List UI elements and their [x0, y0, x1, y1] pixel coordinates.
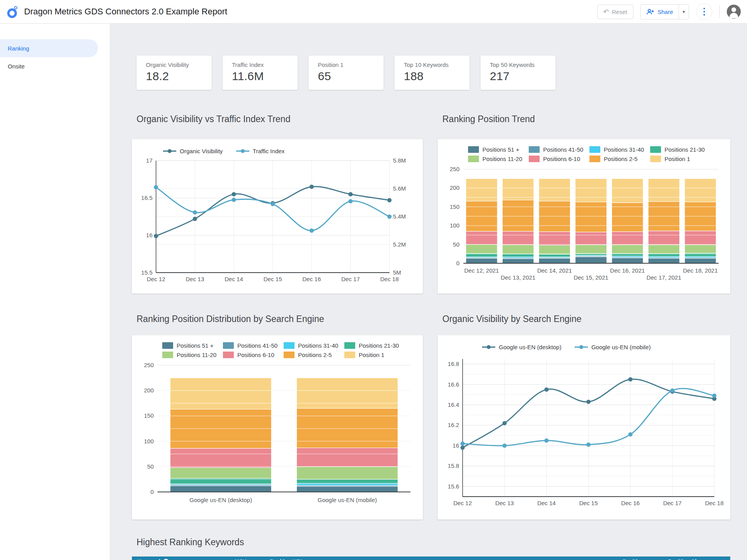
legend-item-positions-31-40[interactable]: Positions 31-40: [589, 146, 650, 153]
sidebar-item-onsite[interactable]: Onsite: [0, 57, 98, 75]
bar-segment-position-1[interactable]: [297, 378, 398, 408]
bar-segment-positions-6-10[interactable]: [502, 231, 534, 245]
data-point-google-us-en-mobile[interactable]: [502, 443, 507, 448]
column-position-change[interactable]: Position Change: [668, 558, 730, 560]
bar-segment-positions-21-30[interactable]: [539, 254, 570, 257]
stacked-bar-chart-ranking-position-trend[interactable]: 050100150200250Dec 12, 2021Dec 13, 2021D…: [445, 164, 722, 281]
bar-segment-positions-21-30[interactable]: [502, 254, 534, 257]
bar-segment-positions-11-20[interactable]: [539, 245, 570, 254]
bar-segment-positions-2-5[interactable]: [502, 200, 534, 231]
data-point-google-us-en-desktop[interactable]: [586, 400, 591, 404]
bar-segment-positions-6-10[interactable]: [685, 231, 716, 245]
data-point-organic-visibility[interactable]: [232, 192, 236, 196]
sidebar-item-ranking[interactable]: Ranking: [0, 39, 98, 57]
legend-item-positions-31-40[interactable]: Positions 31-40: [284, 342, 344, 349]
data-point-traffic-index[interactable]: [388, 215, 392, 219]
legend-item-positions-51[interactable]: Positions 51 +: [468, 146, 529, 153]
bar-segment-position-1[interactable]: [575, 178, 607, 202]
legend-item-positions-21-30[interactable]: Positions 21-30: [650, 146, 711, 153]
data-point-traffic-index[interactable]: [310, 229, 314, 233]
legend-item-traffic-index[interactable]: Traffic Index: [236, 148, 285, 154]
bar-segment-position-1[interactable]: [612, 178, 643, 203]
bar-segment-positions-6-10[interactable]: [539, 232, 570, 245]
bar-segment-positions-6-10[interactable]: [297, 448, 398, 467]
bar-segment-positions-6-10[interactable]: [170, 448, 272, 468]
data-point-traffic-index[interactable]: [349, 199, 353, 203]
data-point-google-us-en-desktop[interactable]: [502, 421, 507, 425]
legend-item-google-us-en-desktop[interactable]: Google us-EN (desktop): [482, 344, 561, 350]
data-point-google-us-en-desktop[interactable]: [544, 387, 549, 392]
legend-item-position-1[interactable]: Position 1: [650, 156, 711, 162]
legend-item-positions-6-10[interactable]: Positions 6-10: [529, 156, 589, 162]
bar-segment-position-1[interactable]: [466, 178, 498, 201]
bar-segment-position-1[interactable]: [170, 378, 272, 410]
bar-segment-positions-6-10[interactable]: [648, 231, 680, 245]
data-point-traffic-index[interactable]: [154, 185, 158, 189]
bar-segment-position-1[interactable]: [502, 178, 534, 200]
data-point-google-us-en-mobile[interactable]: [544, 438, 549, 443]
data-point-organic-visibility[interactable]: [349, 192, 353, 196]
bar-segment-positions-51[interactable]: [612, 258, 643, 263]
legend-item-positions-41-50[interactable]: Positions 41-50: [223, 342, 284, 349]
data-point-traffic-index[interactable]: [193, 210, 197, 215]
bar-segment-positions-11-20[interactable]: [575, 245, 607, 254]
bar-segment-positions-2-5[interactable]: [297, 408, 398, 448]
bar-segment-position-1[interactable]: [685, 178, 716, 202]
bar-segment-positions-6-10[interactable]: [612, 232, 643, 245]
bar-segment-position-1[interactable]: [648, 178, 680, 201]
reset-button[interactable]: ↶ Reset: [597, 5, 633, 19]
line-chart-ov-by-search-engine[interactable]: Dec 12Dec 13Dec 14Dec 15Dec 16Dec 17Dec …: [445, 354, 720, 508]
column-position[interactable]: Position: [622, 558, 668, 560]
column-msv[interactable]: MSV: [235, 558, 270, 560]
data-point-google-us-en-mobile[interactable]: [461, 441, 465, 446]
bar-segment-positions-51[interactable]: [539, 258, 570, 263]
bar-segment-position-1[interactable]: [539, 178, 570, 201]
share-dropdown-caret[interactable]: ▼: [679, 5, 689, 19]
legend-item-positions-2-5[interactable]: Positions 2-5: [589, 156, 650, 162]
legend-item-positions-21-30[interactable]: Positions 21-30: [344, 342, 405, 349]
data-point-traffic-index[interactable]: [232, 198, 236, 202]
bar-segment-positions-51[interactable]: [466, 258, 498, 263]
data-point-google-us-en-mobile[interactable]: [670, 388, 675, 393]
bar-segment-positions-6-10[interactable]: [466, 231, 498, 245]
bar-segment-positions-51[interactable]: [297, 486, 398, 492]
legend-item-positions-2-5[interactable]: Positions 2-5: [284, 352, 344, 358]
user-avatar[interactable]: [727, 5, 741, 19]
bar-segment-positions-11-20[interactable]: [612, 245, 643, 254]
bar-segment-positions-51[interactable]: [575, 257, 607, 263]
stacked-bar-chart-position-distribution[interactable]: 050100150200250Google us-EN (desktop)Goo…: [139, 360, 414, 505]
bar-segment-positions-11-20[interactable]: [466, 245, 498, 254]
data-point-traffic-index[interactable]: [271, 202, 275, 206]
data-point-organic-visibility[interactable]: [154, 234, 158, 238]
legend-item-positions-51[interactable]: Positions 51 +: [162, 342, 223, 349]
data-point-google-us-en-mobile[interactable]: [628, 432, 633, 437]
bar-segment-positions-21-30[interactable]: [297, 479, 398, 483]
legend-item-positions-6-10[interactable]: Positions 6-10: [223, 352, 284, 358]
data-point-google-us-en-mobile[interactable]: [586, 443, 591, 447]
share-button[interactable]: Share: [641, 5, 679, 19]
data-point-google-us-en-mobile[interactable]: [712, 394, 717, 398]
bar-segment-positions-11-20[interactable]: [648, 245, 680, 254]
bar-segment-positions-51[interactable]: [648, 258, 680, 263]
legend-item-position-1[interactable]: Position 1: [344, 352, 405, 358]
column-keyword[interactable]: Keyword: [137, 558, 160, 560]
legend-item-google-us-en-mobile[interactable]: Google us-EN (mobile): [575, 344, 651, 350]
data-point-google-us-en-desktop[interactable]: [628, 377, 633, 382]
bar-segment-positions-11-20[interactable]: [502, 245, 534, 254]
bar-segment-positions-31-40[interactable]: [297, 483, 398, 485]
bar-segment-positions-11-20[interactable]: [685, 245, 716, 253]
column-ranking-url[interactable]: Ranking URL: [270, 558, 622, 560]
legend-item-organic-visibility[interactable]: Organic Visibility: [163, 148, 223, 154]
legend-item-positions-41-50[interactable]: Positions 41-50: [529, 146, 589, 153]
bar-segment-positions-2-5[interactable]: [575, 202, 607, 232]
bar-segment-positions-51[interactable]: [170, 486, 272, 492]
help-icon[interactable]: ?: [163, 559, 169, 560]
legend-item-positions-11-20[interactable]: Positions 11-20: [468, 156, 529, 162]
data-point-organic-visibility[interactable]: [388, 198, 392, 202]
bar-segment-positions-11-20[interactable]: [297, 467, 398, 480]
line-chart-ov-vs-ti[interactable]: Dec 12Dec 13Dec 14Dec 15Dec 16Dec 17Dec …: [139, 155, 414, 284]
legend-item-positions-11-20[interactable]: Positions 11-20: [162, 352, 223, 358]
data-point-organic-visibility[interactable]: [310, 185, 314, 189]
data-point-organic-visibility[interactable]: [193, 217, 197, 221]
bar-segment-positions-51[interactable]: [685, 258, 716, 263]
